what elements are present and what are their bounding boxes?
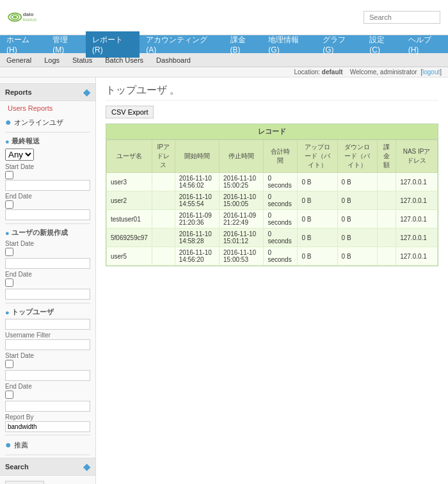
cell-2-1 [152, 210, 175, 229]
end-date-1-container [5, 200, 90, 209]
recommend-item: ● 推薦 [0, 438, 95, 452]
start-date-2-input[interactable]: 2016-11-01 [5, 258, 90, 269]
cell-0-0: user3 [107, 173, 152, 191]
start-date-1-container [5, 171, 90, 179]
bullet-icon: ● [5, 117, 12, 127]
start-date-1-checkbox[interactable] [5, 171, 13, 179]
end-date-label-2: End Date [0, 270, 95, 278]
nav-billing[interactable]: 課金(B) [224, 31, 262, 58]
cell-0-1 [152, 173, 175, 191]
cell-1-8: 127.0.0.1 [396, 191, 438, 210]
nav-reports[interactable]: レポート(R) [86, 31, 140, 58]
table-section-label: レコード [106, 124, 438, 140]
location-label: Location: [294, 69, 320, 76]
cell-4-4: 0 seconds [264, 247, 298, 266]
svg-text:dalo: dalo [23, 12, 34, 17]
online-users-link[interactable]: オンラインユザ [14, 118, 63, 127]
cell-2-3: 2016-11-09 21:22:49 [220, 210, 264, 229]
svg-text:RADIUS: RADIUS [23, 18, 36, 22]
sub-nav-general[interactable]: General [0, 54, 38, 66]
sub-nav-logs[interactable]: Logs [38, 54, 66, 66]
start-date-3-checkbox[interactable] [5, 360, 13, 368]
csv-export-button[interactable]: CSV Export [106, 106, 154, 118]
start-date-2-container [5, 248, 90, 257]
col-stop: 停止時間 [220, 140, 264, 173]
start-date-3-input[interactable]: 2016-11-01 [5, 370, 90, 381]
recent-reports-label: 最終報送 [12, 136, 40, 146]
svg-point-2 [13, 16, 17, 19]
cell-4-2: 2016-11-10 14:56:20 [175, 247, 219, 266]
cell-2-2: 2016-11-09 21:20:36 [175, 210, 219, 229]
page-title: トップユーザ 。 [106, 84, 438, 101]
cell-1-6: 0 B [337, 191, 377, 210]
search-section-title: Search ◆ [0, 458, 95, 476]
nav-admin[interactable]: 管理(M) [46, 31, 86, 58]
end-date-1-checkbox[interactable] [5, 200, 13, 209]
table-container: レコード ユーザ名 IPアドレス 開始時間 停止時間 合計時間 アップロード（バ… [106, 124, 438, 266]
end-date-2-checkbox[interactable] [5, 278, 13, 287]
col-charge: 課金額 [377, 140, 396, 173]
start-date-3-container [5, 360, 90, 369]
cell-3-7 [377, 229, 396, 247]
table-row: testuser012016-11-09 21:20:362016-11-09 … [107, 210, 438, 229]
col-duration: 合計時間 [264, 140, 298, 173]
any-select[interactable]: Any [5, 149, 34, 161]
start-date-label-2: Start Date [0, 239, 95, 247]
end-date-1-input[interactable]: 2016-11-30 [5, 209, 90, 220]
bullet-icon-5: ● [5, 440, 12, 450]
start-date-1-input[interactable]: 2016-11-01 [5, 180, 90, 191]
end-date-3-input[interactable]: 2016-11-30 [5, 401, 90, 412]
header-search-input[interactable] [364, 11, 440, 24]
cell-1-4: 0 seconds [264, 191, 298, 210]
top-users-count-input[interactable]: 5 [5, 319, 90, 330]
cell-4-1 [152, 247, 175, 266]
end-date-2-input[interactable]: 2016-11-30 [5, 289, 90, 300]
users-reports-link[interactable]: Users Reports [0, 103, 95, 113]
search-button[interactable]: Search [5, 481, 44, 484]
reports-title-label: Reports [5, 88, 32, 96]
cell-4-5: 0 B [298, 247, 337, 266]
sub-nav-status[interactable]: Status [66, 54, 99, 66]
col-username: ユーザ名 [107, 140, 152, 173]
bullet-icon-3: ● [5, 229, 10, 237]
diamond-icon: ◆ [83, 87, 90, 97]
cell-3-3: 2016-11-10 15:01:12 [220, 229, 264, 247]
start-date-label-1: Start Date [0, 162, 95, 170]
sidebar: Reports ◆ Users Reports ● オンラインユザ ● 最終報送… [0, 77, 96, 484]
sub-nav-dashboard[interactable]: Dashboard [150, 54, 197, 66]
cell-0-5: 0 B [298, 173, 337, 191]
divider-4 [5, 435, 90, 435]
users-reports-group: Users Reports [0, 101, 95, 115]
cell-0-2: 2016-11-10 14:56:02 [175, 173, 219, 191]
cell-2-7 [377, 210, 396, 229]
content-area: トップユーザ 。 CSV Export レコード ユーザ名 IPアドレス 開始時… [96, 77, 448, 484]
divider-2 [5, 223, 90, 224]
nav-settings[interactable]: 設定(C) [363, 31, 401, 58]
main-layout: Reports ◆ Users Reports ● オンラインユザ ● 最終報送… [0, 77, 448, 484]
recommend-link[interactable]: 推薦 [14, 440, 28, 450]
nav-geo[interactable]: 地理情報(G) [262, 31, 316, 58]
cell-2-5: 0 B [298, 210, 337, 229]
logout-link[interactable]: logout [422, 69, 440, 76]
start-date-2-checkbox[interactable] [5, 248, 13, 256]
new-users-section: ● ユーザの新規作成 [0, 227, 95, 239]
nav-graphs[interactable]: グラフ(G) [316, 31, 363, 58]
end-date-3-checkbox[interactable] [5, 391, 13, 399]
table-row: user22016-11-10 14:55:542016-11-10 15:00… [107, 191, 438, 210]
cell-0-4: 0 seconds [264, 173, 298, 191]
nav-home[interactable]: ホーム(H) [0, 31, 46, 58]
divider-1 [5, 132, 90, 133]
cell-3-2: 2016-11-10 14:58:28 [175, 229, 219, 247]
cell-4-0: user5 [107, 247, 152, 266]
nav-help[interactable]: ヘルプ(H) [402, 31, 448, 58]
sub-nav-batch-users[interactable]: Batch Users [99, 54, 150, 66]
nav-accounting[interactable]: アカウンティング(A) [140, 31, 223, 58]
cell-1-7 [377, 191, 396, 210]
bullet-icon-4: ● [5, 309, 10, 316]
new-users-label: ユーザの新規作成 [12, 228, 68, 238]
table-header-row: ユーザ名 IPアドレス 開始時間 停止時間 合計時間 アップロード（バイト） ダ… [107, 140, 438, 173]
logo: dalo RADIUS [8, 5, 40, 29]
username-filter-input[interactable]: % [5, 339, 90, 350]
search-title-label: Search [5, 463, 29, 471]
report-by-select[interactable]: bandwidth session time logins [5, 421, 90, 432]
